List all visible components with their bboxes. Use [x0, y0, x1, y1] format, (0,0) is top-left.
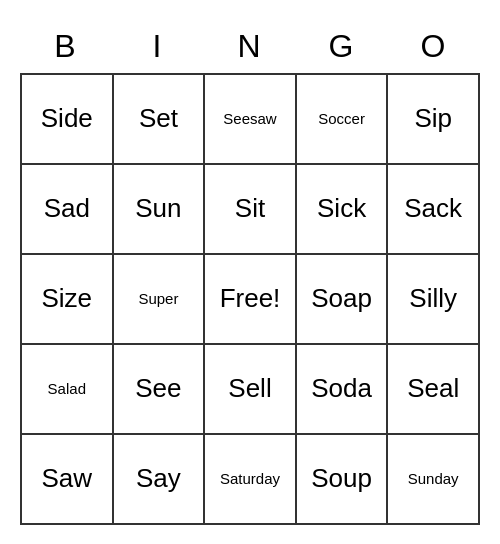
bingo-cell: Sit	[205, 165, 297, 255]
bingo-cell-text: Saw	[42, 463, 93, 494]
bingo-cell-text: Size	[42, 283, 93, 314]
bingo-header-letter: I	[112, 20, 204, 73]
bingo-cell: Sick	[297, 165, 389, 255]
bingo-header-letter: G	[296, 20, 388, 73]
bingo-cell: Sip	[388, 75, 480, 165]
bingo-cell: Side	[22, 75, 114, 165]
bingo-cell-text: Seal	[407, 373, 459, 404]
bingo-cell-text: Sun	[135, 193, 181, 224]
bingo-cell-text: Sit	[235, 193, 265, 224]
bingo-cell-text: Sad	[44, 193, 90, 224]
bingo-cell-text: Side	[41, 103, 93, 134]
bingo-cell: Seesaw	[205, 75, 297, 165]
bingo-cell: Size	[22, 255, 114, 345]
bingo-cell: Salad	[22, 345, 114, 435]
bingo-cell-text: Sick	[317, 193, 366, 224]
bingo-cell: Sack	[388, 165, 480, 255]
bingo-cell-text: Sunday	[408, 470, 459, 488]
bingo-cell-text: Soap	[311, 283, 372, 314]
bingo-cell: Say	[114, 435, 206, 525]
bingo-cell: See	[114, 345, 206, 435]
bingo-cell: Saw	[22, 435, 114, 525]
bingo-cell: Soda	[297, 345, 389, 435]
bingo-header-letter: N	[204, 20, 296, 73]
bingo-cell: Saturday	[205, 435, 297, 525]
bingo-cell-text: Sell	[228, 373, 271, 404]
bingo-cell: Sun	[114, 165, 206, 255]
bingo-cell: Soup	[297, 435, 389, 525]
bingo-cell-text: Soda	[311, 373, 372, 404]
bingo-cell-text: Say	[136, 463, 181, 494]
bingo-cell: Set	[114, 75, 206, 165]
bingo-cell: Free!	[205, 255, 297, 345]
bingo-cell-text: Salad	[48, 380, 86, 398]
bingo-cell: Sunday	[388, 435, 480, 525]
bingo-cell: Soccer	[297, 75, 389, 165]
bingo-cell: Seal	[388, 345, 480, 435]
bingo-card: BINGO SideSetSeesawSoccerSipSadSunSitSic…	[20, 20, 480, 525]
bingo-cell-text: Saturday	[220, 470, 280, 488]
bingo-cell-text: Sack	[404, 193, 462, 224]
bingo-header-letter: O	[388, 20, 480, 73]
bingo-cell-text: Soup	[311, 463, 372, 494]
bingo-cell-text: Seesaw	[223, 110, 276, 128]
bingo-cell-text: Silly	[409, 283, 457, 314]
bingo-header-letter: B	[20, 20, 112, 73]
bingo-header: BINGO	[20, 20, 480, 73]
bingo-cell: Silly	[388, 255, 480, 345]
bingo-cell-text: Set	[139, 103, 178, 134]
bingo-cell-text: Super	[138, 290, 178, 308]
bingo-cell: Sell	[205, 345, 297, 435]
bingo-cell: Super	[114, 255, 206, 345]
bingo-grid: SideSetSeesawSoccerSipSadSunSitSickSackS…	[20, 73, 480, 525]
bingo-cell-text: Free!	[220, 283, 281, 314]
bingo-cell: Soap	[297, 255, 389, 345]
bingo-cell-text: Soccer	[318, 110, 365, 128]
bingo-cell-text: Sip	[414, 103, 452, 134]
bingo-cell: Sad	[22, 165, 114, 255]
bingo-cell-text: See	[135, 373, 181, 404]
